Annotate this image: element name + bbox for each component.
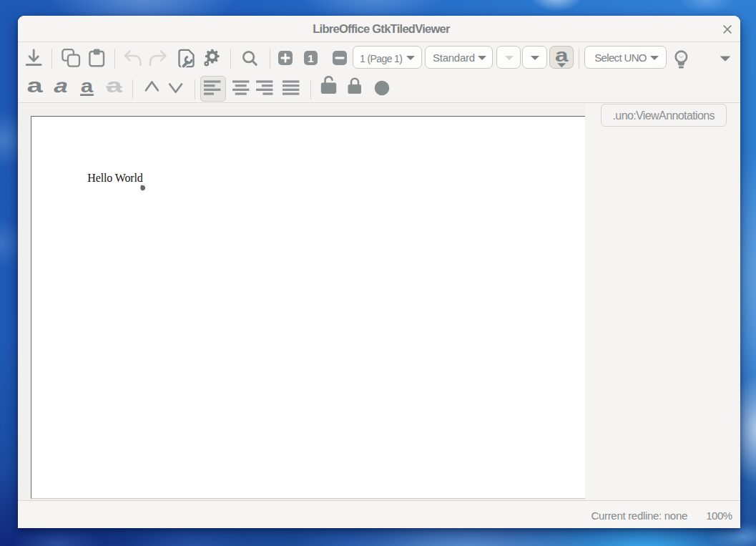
svg-text:a: a [53, 77, 68, 97]
svg-text:a: a [555, 47, 569, 65]
svg-text:a: a [81, 77, 94, 96]
svg-text:a: a [26, 77, 43, 96]
